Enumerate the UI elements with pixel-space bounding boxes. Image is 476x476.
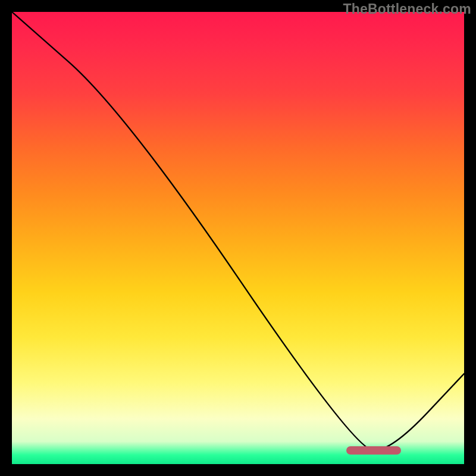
chart-container: TheBottleneck.com: [0, 0, 476, 476]
plot-area: [12, 12, 464, 464]
chart-line-layer: [12, 12, 464, 464]
chart-marker: [346, 446, 400, 455]
chart-curve: [12, 12, 464, 450]
watermark-text: TheBottleneck.com: [343, 1, 471, 17]
